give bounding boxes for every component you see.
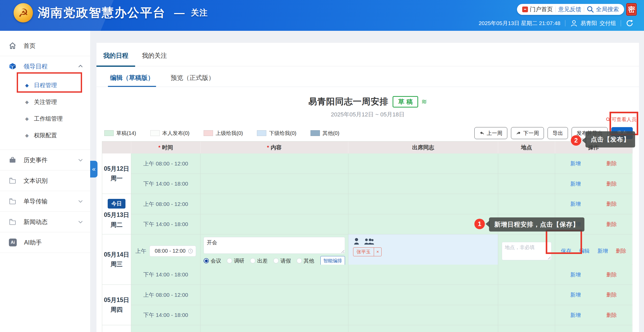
content-cell[interactable] (200, 265, 348, 284)
chevron-down-icon (78, 157, 83, 163)
sidebar-item-workgroup-manage[interactable]: ◆ 工作组管理 (0, 110, 90, 127)
feedback-link[interactable]: 意见反馈 (558, 5, 581, 13)
add-link[interactable]: 新增 (570, 291, 581, 298)
delete-link[interactable]: 删除 (606, 221, 617, 228)
add-link[interactable]: 新增 (597, 247, 608, 254)
date-cell (102, 325, 131, 332)
content-cell[interactable] (200, 194, 348, 214)
clock-icon (188, 248, 193, 254)
delete-link[interactable]: 删除 (606, 271, 617, 278)
delete-link[interactable]: 删除 (616, 247, 626, 254)
location-cell[interactable] (498, 285, 555, 305)
search-icon (606, 117, 611, 122)
tab-my-schedule[interactable]: 我的日程 (96, 51, 135, 67)
delete-link[interactable]: 删除 (606, 200, 617, 208)
sidebar-label: AI助手 (24, 239, 83, 247)
content-textarea[interactable]: 开会 (204, 237, 345, 254)
sidebar-item-follow-manage[interactable]: ◆ 关注管理 (0, 94, 90, 110)
add-link[interactable]: 新增 (570, 221, 581, 228)
page-title: 易青阳同志一周安排 (308, 96, 388, 108)
next-week-button[interactable]: 下一周 (511, 127, 544, 139)
attendees-cell[interactable] (348, 285, 498, 305)
attendees-cell[interactable] (348, 305, 498, 325)
remove-attendee-icon[interactable]: × (374, 248, 381, 256)
add-link[interactable]: 新增 (570, 200, 581, 208)
title-dash: — (174, 7, 185, 19)
sidebar-item-news[interactable]: 新闻动态 (0, 214, 90, 230)
user-box[interactable]: 易青阳 交付组 (570, 19, 616, 27)
sidebar-item-permission-config[interactable]: ◆ 权限配置 (0, 127, 90, 144)
publish-export-button[interactable]: 发布并导出 (572, 127, 608, 139)
delete-link[interactable]: 删除 (606, 160, 617, 167)
content-cell[interactable] (200, 214, 348, 234)
datetime-text: 2025年05月13日 星期二 21:07:48 (479, 20, 560, 27)
event-type-radios: 会议 调研 出差 (204, 256, 345, 265)
sidebar-collapse-button[interactable]: « (90, 161, 97, 177)
quick-links-pill: 门户首页 意见反馈 全局搜索 (517, 4, 624, 15)
location-cell[interactable] (498, 265, 555, 284)
location-cell[interactable] (498, 194, 555, 214)
subtab-edit-draft[interactable]: 编辑（草稿版） (108, 74, 156, 87)
global-search-link[interactable]: 全局搜索 (587, 5, 619, 13)
content-cell[interactable] (200, 174, 348, 194)
location-cell[interactable] (498, 174, 555, 194)
radio-research[interactable]: 调研 (227, 257, 244, 264)
resize-handle-icon[interactable] (341, 250, 344, 253)
location-cell[interactable] (498, 153, 555, 174)
sidebar-item-history-events[interactable]: 历史事件 (0, 152, 90, 168)
location-textarea[interactable]: 地点，非必填 (502, 242, 551, 260)
edit-link[interactable]: 编辑 (579, 247, 590, 254)
sidebar-item-ai-assistant[interactable]: Ai AI助手 (0, 234, 90, 251)
attendees-cell[interactable] (348, 265, 498, 284)
portal-home-link[interactable]: 门户首页 (522, 5, 553, 13)
refresh-icon[interactable] (626, 19, 634, 27)
col-location: 地点 (498, 141, 555, 153)
delete-link[interactable]: 删除 (606, 291, 617, 298)
publish-button[interactable]: 发布 (611, 127, 633, 139)
radio-other[interactable]: 其他 (297, 257, 314, 264)
sidebar-item-home[interactable]: 首页 (0, 38, 90, 54)
sidebar-label: 工作组管理 (34, 115, 63, 123)
add-link[interactable]: 新增 (570, 160, 581, 167)
content-cell[interactable] (200, 285, 348, 305)
prev-week-button[interactable]: 上一周 (474, 127, 507, 139)
time-range-input[interactable]: 08:00 - 12:00 (150, 246, 196, 257)
location-cell[interactable] (498, 305, 555, 325)
attendees-cell[interactable] (348, 174, 498, 194)
add-person-icon[interactable] (353, 238, 360, 245)
table-header-row: *时间 *内容 出席同志 地点 操作 (102, 141, 632, 153)
sidebar-item-single-transfer[interactable]: 单导传输 (0, 193, 90, 209)
app-title: 湖南党政智慧办公平台 (38, 5, 166, 21)
day-group-wed: 05月14日周三 上午 08:00 - 12:00 (102, 234, 632, 285)
viewers-link[interactable]: 可查看人员 (606, 116, 636, 123)
attendees-cell[interactable] (348, 214, 498, 234)
content-cell[interactable] (200, 153, 348, 174)
radio-meeting[interactable]: 会议 (204, 257, 221, 264)
tab-my-follow[interactable]: 我的关注 (135, 51, 174, 66)
attendees-cell[interactable] (348, 153, 498, 174)
radio-selected-icon (204, 258, 209, 263)
add-link[interactable]: 新增 (570, 312, 581, 319)
resize-handle-icon[interactable] (547, 256, 551, 259)
app-subtitle: 关注 (191, 7, 208, 18)
delete-link[interactable]: 删除 (606, 180, 617, 187)
export-button[interactable]: 导出 (548, 127, 568, 139)
content-cell[interactable] (200, 305, 348, 325)
sidebar-item-text-recognition[interactable]: 文本识别 (0, 173, 90, 189)
add-group-icon[interactable] (364, 238, 374, 245)
sidebar-item-schedule-manage[interactable]: ◆ 日程管理 (0, 77, 90, 94)
smart-arrange-button[interactable]: 智能编排 (320, 256, 345, 265)
slot-row: 下午 14:00 - 18:00 新增 删除 (131, 174, 632, 194)
sidebar-item-leader-schedule[interactable]: 领导日程 (0, 58, 90, 74)
radio-leave[interactable]: 请假 (273, 257, 291, 264)
cube-icon (9, 63, 16, 70)
add-link[interactable]: 新增 (570, 271, 581, 278)
add-link[interactable]: 新增 (570, 180, 581, 187)
location-cell[interactable] (498, 214, 555, 234)
editing-slot-row: 上午 08:00 - 12:00 (131, 234, 632, 264)
attendees-cell[interactable] (348, 194, 498, 214)
radio-business-trip[interactable]: 出差 (250, 257, 268, 264)
delete-link[interactable]: 删除 (606, 312, 617, 319)
save-link[interactable]: 保存 (561, 247, 571, 254)
subtab-preview-official[interactable]: 预览（正式版） (171, 74, 215, 87)
